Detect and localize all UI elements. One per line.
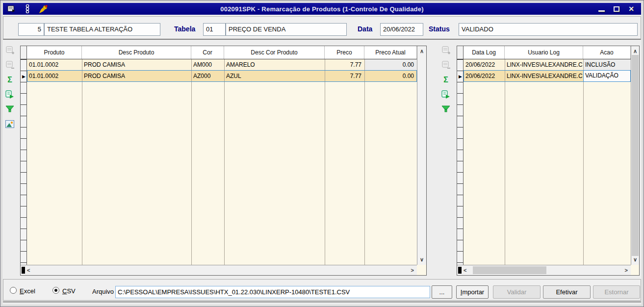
wrench-icon[interactable]: [39, 4, 48, 13]
cell-preco-atual[interactable]: 0.00: [364, 71, 417, 82]
csv-radio[interactable]: [52, 287, 59, 294]
traffic-light-icon[interactable]: [23, 4, 32, 13]
scroll-down-icon[interactable]: ∨: [420, 257, 424, 262]
scroll-left-icon[interactable]: <: [27, 268, 30, 273]
excel-radio-label[interactable]: Excel: [20, 287, 35, 295]
cell-produto[interactable]: 01.01.0002: [27, 71, 82, 82]
cell-desc-cor[interactable]: AZUL: [224, 71, 325, 82]
titlebar: 002091SPK - Remarcação de Produtos (1-Co…: [3, 3, 641, 15]
col-acao[interactable]: Acao: [583, 46, 631, 59]
importar-button[interactable]: Importar: [456, 285, 489, 299]
validar-button[interactable]: Validar: [493, 285, 541, 299]
scroll-left-icon[interactable]: <: [464, 268, 466, 273]
cell-produto[interactable]: 01.01.0002: [27, 59, 82, 70]
table-row[interactable]: 20/06/2022 LINX-INVES\ALEXANDRE.C INCLUS…: [464, 59, 631, 71]
cell-cor[interactable]: AZ000: [191, 71, 224, 82]
col-cor[interactable]: Cor: [191, 46, 224, 59]
scroll-up-icon[interactable]: ∧: [633, 49, 637, 54]
scroll-right-icon[interactable]: >: [411, 268, 414, 273]
col-data-log[interactable]: Data Log: [464, 46, 505, 59]
cell-acao[interactable]: INCLUSÃO: [583, 59, 631, 70]
tabela-label: Tabela: [174, 25, 195, 33]
filter-funnel-button[interactable]: [5, 104, 15, 114]
export-grid-button[interactable]: [5, 90, 15, 99]
scroll-up-icon[interactable]: ∧: [420, 49, 424, 54]
app-window: 002091SPK - Remarcação de Produtos (1-Co…: [0, 0, 644, 307]
add-row-button[interactable]: [441, 46, 451, 55]
log-grid-toolbar: Σ: [439, 46, 452, 114]
cell-usuario-log[interactable]: LINX-INVES\ALEXANDRE.C: [505, 59, 583, 70]
titlebar-icons: [3, 4, 48, 13]
cell-desc-produto[interactable]: PROD CAMISA: [82, 59, 191, 70]
delete-row-button[interactable]: [441, 60, 451, 70]
filter-funnel-button[interactable]: [441, 104, 451, 114]
sigma-icon: Σ: [7, 76, 12, 84]
cell-usuario-log[interactable]: LINX-INVES\ALEXANDRE.C: [505, 71, 583, 82]
log-vertical-scrollbar[interactable]: ∧ ∨: [631, 46, 639, 265]
scrollbar-thumb[interactable]: [473, 266, 546, 274]
cell-data-log[interactable]: 20/06/2022: [464, 59, 505, 70]
products-grid-body: 01.01.0002 PROD CAMISA AM000 AMARELO 7.7…: [21, 59, 417, 265]
products-grid: Produto Desc Produto Cor Desc Cor Produt…: [20, 46, 427, 276]
sum-sigma-button[interactable]: Σ: [441, 75, 451, 84]
sum-sigma-button[interactable]: Σ: [5, 75, 15, 84]
browse-button[interactable]: ...: [432, 285, 452, 299]
products-grid-header: Produto Desc Produto Cor Desc Cor Produt…: [21, 46, 426, 59]
efetivar-button[interactable]: Efetivar: [543, 285, 591, 299]
data-field[interactable]: 20/06/2022: [380, 23, 423, 36]
col-usuario-log[interactable]: Usuario Log: [505, 46, 583, 59]
tabela-desc-field[interactable]: PREÇO DE VENDA: [226, 23, 347, 36]
log-grid: Data Log Usuario Log Acao 20/06/2022 LIN…: [457, 46, 640, 276]
add-row-button[interactable]: [5, 46, 15, 55]
log-grid-header: Data Log Usuario Log Acao: [457, 46, 639, 59]
log-horizontal-scrollbar[interactable]: < >: [457, 265, 631, 275]
arquivo-label: Arquivo: [92, 288, 114, 295]
window-bottom-edge: [3, 301, 641, 303]
focused-cell[interactable]: VALIDAÇÃO: [583, 70, 631, 82]
left-grid-toolbar: Σ: [3, 46, 16, 128]
csv-radio-label[interactable]: CSV: [62, 287, 76, 295]
cell-preco[interactable]: 7.77: [325, 71, 364, 82]
log-grid-body: 20/06/2022 LINX-INVES\ALEXANDRE.C INCLUS…: [457, 59, 631, 265]
scrollbar-grip[interactable]: [458, 267, 462, 274]
col-preco[interactable]: Preco: [325, 46, 364, 59]
table-row[interactable]: 01.01.0002 PROD CAMISA AM000 AMARELO 7.7…: [27, 59, 417, 71]
tabela-code-field[interactable]: 01: [203, 23, 226, 36]
current-row-pointer-icon: ▶: [459, 74, 462, 79]
cell-cor[interactable]: AM000: [191, 59, 224, 70]
cell-preco-atual[interactable]: 0.00: [364, 59, 417, 70]
table-row-selected[interactable]: 01.01.0002 PROD CAMISA AZ000 AZUL 7.77 0…: [27, 71, 417, 82]
col-produto[interactable]: Produto: [27, 46, 82, 59]
delete-row-button[interactable]: [5, 60, 15, 70]
table-description-field[interactable]: TESTE TABELA ALTERAÇÃO: [44, 23, 160, 36]
sigma-icon: Σ: [443, 76, 448, 84]
table-id-field[interactable]: 5: [18, 23, 44, 36]
current-row-pointer-icon: ▶: [22, 74, 26, 79]
close-button[interactable]: ✕: [628, 5, 634, 12]
products-horizontal-scrollbar[interactable]: < >: [21, 265, 417, 275]
cell-desc-cor[interactable]: AMARELO: [224, 59, 325, 70]
file-path-field[interactable]: C:\PESSOAL\EMPRESA\ISSUES\HTX_01.22.030\…: [115, 286, 430, 298]
col-desc-cor[interactable]: Desc Cor Produto: [224, 46, 325, 59]
col-preco-atual[interactable]: Preco Atual: [364, 46, 417, 59]
cell-data-log[interactable]: 20/06/2022: [464, 71, 505, 82]
radio-dot-icon: [54, 289, 57, 292]
image-button[interactable]: [5, 119, 15, 128]
scrollbar-grip[interactable]: [22, 267, 25, 274]
scroll-right-icon[interactable]: >: [625, 268, 628, 273]
estornar-button[interactable]: Estornar: [593, 285, 640, 299]
cell-preco[interactable]: 7.77: [325, 59, 364, 70]
export-grid-button[interactable]: [441, 90, 451, 99]
header-panel: 5 TESTE TABELA ALTERAÇÃO Tabela 01 PREÇO…: [3, 16, 641, 40]
products-vertical-scrollbar[interactable]: ∧ ∨: [417, 46, 426, 265]
col-desc-produto[interactable]: Desc Produto: [82, 46, 191, 59]
form-menu-icon[interactable]: [7, 4, 16, 13]
scrollbar-thumb[interactable]: [632, 55, 639, 256]
minimize-button[interactable]: [598, 6, 605, 12]
scroll-down-icon[interactable]: ∨: [633, 257, 637, 262]
excel-radio[interactable]: [10, 287, 17, 294]
cell-desc-produto[interactable]: PROD CAMISA: [82, 71, 191, 82]
row-indicator-column: [457, 59, 464, 265]
status-field[interactable]: VALIDADO: [459, 23, 638, 36]
maximize-button[interactable]: [614, 6, 619, 12]
